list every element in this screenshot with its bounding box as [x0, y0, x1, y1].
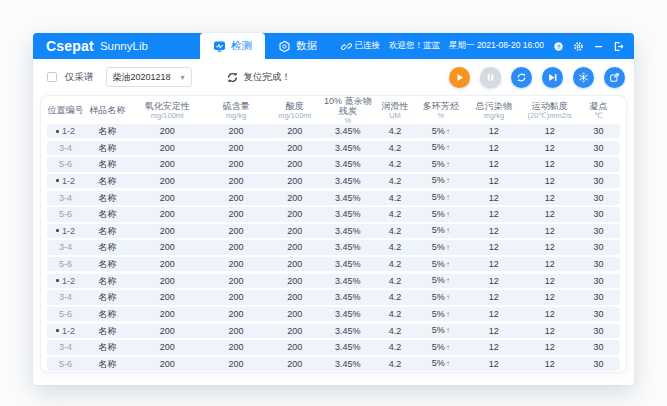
- table-cell: 200: [205, 240, 268, 254]
- column-header: 硫含量mg/kg: [205, 101, 268, 120]
- minimize-button[interactable]: [593, 41, 604, 52]
- table-cell: 名称: [84, 191, 130, 205]
- results-table-card: 位置编号样品名称氧化安定性mg/100ml硫含量mg/kg酸度mg/100ml1…: [40, 95, 627, 373]
- table-cell: 4.2: [374, 124, 417, 138]
- table-cell: 12: [523, 207, 577, 221]
- skip-icon: [547, 72, 558, 83]
- row-marker-icon: [56, 229, 59, 232]
- table-cell: 12: [465, 324, 522, 338]
- table-cell: 200: [130, 357, 204, 371]
- table-cell: 30: [577, 340, 620, 354]
- table-cell: 30: [577, 224, 620, 238]
- table-cell: 12: [465, 290, 522, 304]
- reset-refresh-icon[interactable]: [226, 71, 239, 84]
- table-row[interactable]: 5-6名称2002002003.45%4.25%↑121230: [47, 357, 620, 371]
- link-icon: [341, 41, 352, 52]
- table-row[interactable]: 5-6名称2002002003.45%4.25%↑121230: [47, 257, 620, 271]
- table-cell: 30: [577, 141, 620, 155]
- table-cell: 3.45%: [322, 174, 374, 188]
- connection-label: 已连接: [355, 40, 381, 52]
- column-unit: (20℃)mm2/s: [523, 111, 577, 120]
- table-row[interactable]: 3-4名称2002002003.45%4.25%↑121230: [47, 191, 620, 205]
- table-row[interactable]: 5-6名称2002002003.45%4.25%↑121230: [47, 307, 620, 321]
- help-button[interactable]: ?: [553, 41, 564, 52]
- pause-button[interactable]: [480, 67, 501, 88]
- chevron-down-icon: ▾: [180, 73, 184, 82]
- column-header: 运动黏度(20℃)mm2/s: [523, 101, 577, 120]
- column-name: 多环芳烃: [417, 101, 466, 111]
- column-name: 硫含量: [205, 101, 268, 111]
- spectra-only-checkbox[interactable]: [47, 72, 57, 82]
- table-cell: 200: [130, 257, 204, 271]
- table-cell: 4.2: [374, 307, 417, 321]
- export-button[interactable]: [604, 67, 625, 88]
- table-cell: 200: [268, 207, 322, 221]
- table-cell: 200: [205, 357, 268, 371]
- table-cell: 30: [577, 290, 620, 304]
- settings-button[interactable]: [573, 41, 584, 52]
- table-cell: 3.45%: [322, 274, 374, 288]
- table-cell: 200: [205, 290, 268, 304]
- table-row[interactable]: 3-4名称2002002003.45%4.25%↑121230: [47, 141, 620, 155]
- table-row[interactable]: 1-2名称2002002003.45%4.25%↑121230: [47, 174, 620, 188]
- column-unit: mg/kg: [205, 111, 268, 120]
- tab-detection[interactable]: 检测: [200, 33, 265, 59]
- table-cell: 5%↑: [417, 240, 466, 255]
- table-cell: 名称: [84, 141, 130, 155]
- table-row[interactable]: 1-2名称2002002003.45%4.25%↑121230: [47, 224, 620, 238]
- table-row[interactable]: 3-4名称2002002003.45%4.25%↑121230: [47, 240, 620, 254]
- table-cell: 30: [577, 191, 620, 205]
- table-cell: 12: [465, 357, 522, 371]
- column-header: 凝点℃: [577, 101, 620, 120]
- table-row[interactable]: 1-2名称2002002003.45%4.25%↑121230: [47, 324, 620, 338]
- table-row[interactable]: 1-2名称2002002003.45%4.25%↑121230: [47, 124, 620, 138]
- table-cell: 4.2: [374, 290, 417, 304]
- table-row[interactable]: 3-4名称2002002003.45%4.25%↑121230: [47, 340, 620, 354]
- table-cell: 30: [577, 257, 620, 271]
- reset-button[interactable]: [511, 67, 532, 88]
- table-cell: 5%↑: [417, 257, 466, 272]
- row-marker-icon: [56, 329, 59, 332]
- over-limit-arrow-icon: ↑: [446, 243, 450, 252]
- over-limit-arrow-icon: ↑: [446, 293, 450, 302]
- table-cell: 12: [523, 174, 577, 188]
- table-cell: 5%↑: [417, 323, 466, 338]
- table-cell: 4.2: [374, 357, 417, 371]
- over-limit-arrow-icon: ↑: [446, 343, 450, 352]
- sample-type-dropdown[interactable]: 柴油20201218 ▾: [106, 67, 192, 87]
- column-unit: mg/kg: [465, 111, 522, 120]
- table-row[interactable]: 1-2名称2002002003.45%4.25%↑121230: [47, 274, 620, 288]
- table-cell: 4.2: [374, 141, 417, 155]
- exit-button[interactable]: [613, 41, 624, 52]
- position-cell: 1-2: [47, 274, 84, 288]
- row-marker-icon: [56, 130, 59, 133]
- tab-data[interactable]: 数据: [265, 33, 330, 59]
- table-cell: 名称: [84, 157, 130, 171]
- table-row[interactable]: 5-6名称2002002003.45%4.25%↑121230: [47, 157, 620, 171]
- start-button[interactable]: [449, 67, 470, 88]
- table-cell: 12: [523, 240, 577, 254]
- table-cell: 4.2: [374, 324, 417, 338]
- table-row[interactable]: 5-6名称2002002003.45%4.25%↑121230: [47, 207, 620, 221]
- table-cell: 12: [465, 307, 522, 321]
- table-row[interactable]: 3-4名称2002002003.45%4.25%↑121230: [47, 290, 620, 304]
- connection-status: 已连接: [341, 40, 381, 52]
- table-cell: 200: [268, 124, 322, 138]
- table-cell: 200: [268, 290, 322, 304]
- table-cell: 12: [465, 340, 522, 354]
- table-cell: 5%↑: [417, 140, 466, 155]
- table-cell: 30: [577, 357, 620, 371]
- column-name: 运动黏度: [523, 101, 577, 111]
- table-cell: 名称: [84, 174, 130, 188]
- table-cell: 名称: [84, 240, 130, 254]
- sync-icon: [516, 72, 527, 83]
- skip-button[interactable]: [542, 67, 563, 88]
- column-unit: mg/100ml: [130, 111, 204, 120]
- export-icon: [609, 72, 620, 83]
- table-cell: 200: [205, 257, 268, 271]
- column-name: 总污染物: [465, 101, 522, 111]
- table-cell: 200: [205, 191, 268, 205]
- table-cell: 12: [465, 240, 522, 254]
- table-cell: 200: [130, 240, 204, 254]
- freeze-button[interactable]: [573, 67, 594, 88]
